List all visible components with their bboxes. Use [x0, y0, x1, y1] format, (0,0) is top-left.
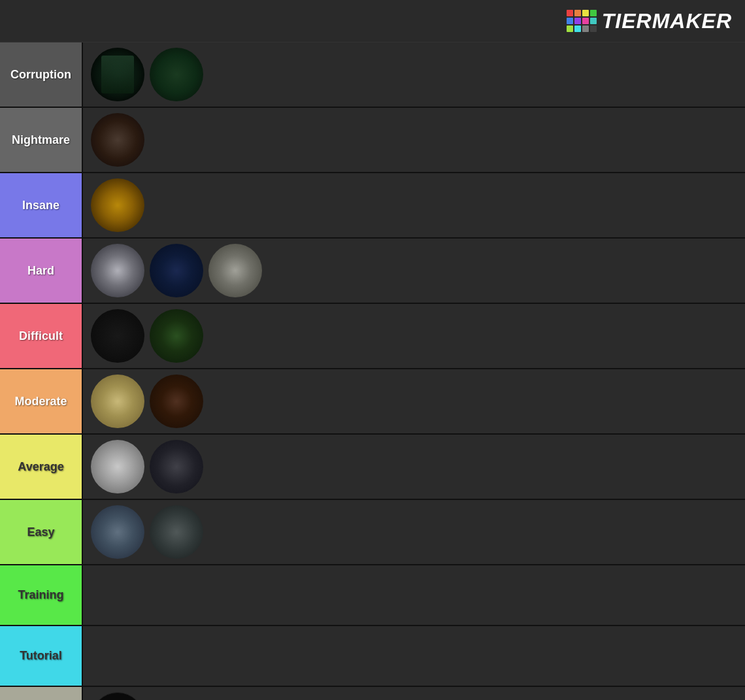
tier-row-insane: Insane	[0, 173, 745, 239]
tier-image[interactable]	[91, 48, 144, 101]
tier-label-corruption: Corruption	[0, 42, 82, 107]
tier-content-nightmare	[82, 108, 745, 172]
tier-image[interactable]	[91, 309, 144, 363]
tier-label-difficult: Difficult	[0, 304, 82, 368]
tier-row-corruption: Corruption	[0, 42, 745, 108]
tier-content-hard	[82, 239, 745, 303]
tier-image[interactable]	[91, 244, 144, 297]
tier-row-average: Average	[0, 435, 745, 500]
tier-label-training: Training	[0, 565, 82, 625]
tier-image[interactable]	[91, 505, 144, 559]
tiermaker-logo: TiERMAKER	[567, 9, 732, 33]
tier-label-mysterious: Mysterious	[0, 687, 82, 700]
tier-row-mysterious: Mysterious	[0, 687, 745, 700]
tier-label-insane: Insane	[0, 173, 82, 237]
tier-image[interactable]	[150, 244, 203, 297]
tier-content-insane	[82, 173, 745, 237]
header: TiERMAKER	[0, 0, 745, 42]
tier-image[interactable]	[91, 440, 144, 493]
tier-row-difficult: Difficult	[0, 304, 745, 369]
tier-content-easy	[82, 500, 745, 564]
tier-image[interactable]	[91, 375, 144, 428]
tier-image[interactable]	[208, 244, 262, 297]
tier-content-training	[82, 565, 745, 625]
tier-image[interactable]	[91, 178, 144, 232]
tier-image[interactable]	[150, 505, 203, 559]
tier-row-training: Training	[0, 565, 745, 626]
tier-content-corruption	[82, 42, 745, 107]
tier-content-average	[82, 435, 745, 499]
tier-label-moderate: Moderate	[0, 369, 82, 433]
tier-label-easy: Easy	[0, 500, 82, 564]
tier-content-moderate	[82, 369, 745, 433]
tier-image[interactable]	[91, 113, 144, 167]
tier-row-easy: Easy	[0, 500, 745, 565]
tier-row-hard: Hard	[0, 239, 745, 304]
tier-image[interactable]	[91, 692, 144, 700]
tier-row-moderate: Moderate	[0, 369, 745, 435]
tier-row-nightmare: Nightmare	[0, 108, 745, 173]
tier-image[interactable]	[150, 309, 203, 363]
tier-image[interactable]	[150, 48, 203, 101]
logo-grid-icon	[567, 10, 597, 32]
tier-label-hard: Hard	[0, 239, 82, 303]
tier-image[interactable]	[150, 375, 203, 428]
tier-label-nightmare: Nightmare	[0, 108, 82, 172]
tier-content-mysterious	[82, 687, 745, 700]
tier-label-average: Average	[0, 435, 82, 499]
tier-label-tutorial: Tutorial	[0, 626, 82, 686]
tier-content-difficult	[82, 304, 745, 368]
tierlist: Corruption Nightmare Insane Hard Difficu…	[0, 42, 745, 700]
tier-image[interactable]	[150, 440, 203, 493]
tier-row-tutorial: Tutorial	[0, 626, 745, 687]
tier-content-tutorial	[82, 626, 745, 686]
logo-text: TiERMAKER	[602, 9, 732, 33]
